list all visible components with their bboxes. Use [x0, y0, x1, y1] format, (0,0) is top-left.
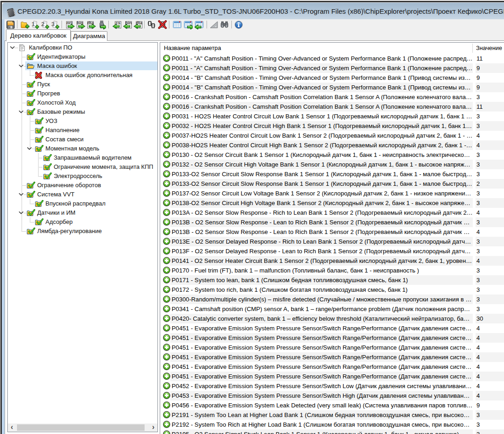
- svg-text:dta: dta: [87, 20, 94, 25]
- svg-text:1: 1: [32, 21, 35, 28]
- svg-text:3: 3: [51, 21, 55, 28]
- svg-text:2: 2: [41, 21, 45, 28]
